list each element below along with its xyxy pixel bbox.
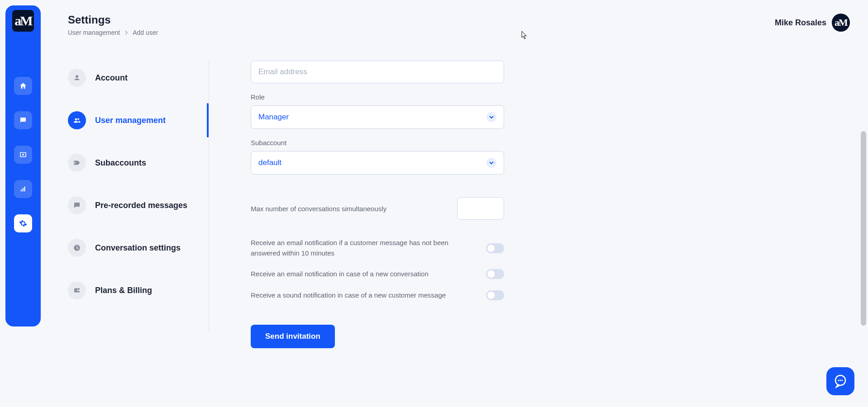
toggle-sound-notif[interactable] [486, 290, 504, 300]
chat-bubble-icon [833, 374, 848, 388]
bar-chart-icon [19, 185, 27, 193]
person-icon [68, 69, 86, 87]
svg-point-1 [838, 379, 839, 381]
clock-icon [68, 239, 86, 257]
toggle-label-unanswered-email: Receive an email notification if a custo… [251, 238, 486, 258]
user-name: Mike Rosales [775, 18, 826, 28]
nav-label: Conversation settings [95, 243, 181, 253]
sidebar-nav-analytics[interactable] [14, 180, 32, 198]
wallet-icon [68, 281, 86, 299]
toggle-new-conv-email[interactable] [486, 269, 504, 279]
sidebar-nav-chat[interactable] [14, 111, 32, 129]
subaccount-value: default [258, 158, 281, 167]
breadcrumb-item[interactable]: User management [68, 29, 120, 36]
nav-item-subaccounts[interactable]: Subaccounts [68, 146, 209, 180]
settings-nav: Account User management Subaccounts Pre-… [68, 61, 209, 332]
chat-widget-button[interactable] [826, 367, 854, 395]
people-icon [68, 111, 86, 129]
primary-sidebar: aM [5, 5, 41, 327]
breadcrumb-item: Add user [133, 29, 158, 36]
email-field[interactable] [251, 61, 504, 83]
role-label: Role [251, 93, 504, 101]
message-icon [68, 196, 86, 214]
subaccount-select[interactable]: default [251, 151, 504, 175]
page-header: Settings User management Add user Mike R… [68, 14, 850, 36]
sidebar-nav-home[interactable] [14, 77, 32, 95]
nav-item-prerecorded[interactable]: Pre-recorded messages [68, 188, 209, 222]
breadcrumb: User management Add user [68, 29, 158, 36]
chevron-down-icon [486, 158, 496, 168]
toggle-unanswered-email[interactable] [486, 243, 504, 253]
nav-item-account[interactable]: Account [68, 61, 209, 95]
user-menu[interactable]: Mike Rosales aM [775, 14, 850, 32]
avatar: aM [832, 14, 850, 32]
nav-item-plans-billing[interactable]: Plans & Billing [68, 273, 209, 308]
chat-icon [19, 116, 27, 124]
nav-label: User management [95, 116, 166, 125]
nav-label: Subaccounts [95, 158, 146, 168]
sidebar-nav-settings[interactable] [14, 214, 32, 232]
max-conversations-input[interactable] [457, 197, 504, 220]
tag-icon [68, 154, 86, 172]
app-logo: aM [12, 10, 34, 32]
scrollbar-thumb[interactable] [861, 131, 866, 326]
gear-icon [19, 219, 27, 227]
home-icon [19, 82, 27, 90]
max-conversations-label: Max number of conversations simultaneous… [251, 205, 457, 213]
nav-item-user-management[interactable]: User management [68, 103, 209, 137]
send-invitation-button[interactable]: Send invitation [251, 325, 335, 348]
role-value: Manager [258, 113, 289, 122]
nav-label: Account [95, 73, 128, 83]
vertical-scrollbar[interactable] [861, 59, 866, 335]
subaccount-label: Subaccount [251, 139, 504, 147]
inbox-icon [19, 151, 27, 159]
svg-point-2 [839, 379, 841, 381]
chevron-down-icon [486, 112, 496, 122]
toggle-label-sound-notif: Receive a sound notification in case of … [251, 290, 486, 301]
nav-item-conversation-settings[interactable]: Conversation settings [68, 231, 209, 265]
toggle-label-new-conv-email: Receive an email notification in case of… [251, 269, 486, 279]
page-title: Settings [68, 14, 158, 26]
add-user-form: Role Manager Subaccount default Max numb… [251, 61, 504, 348]
chevron-right-icon [124, 30, 128, 35]
sidebar-nav-inbox[interactable] [14, 146, 32, 164]
nav-label: Plans & Billing [95, 286, 152, 295]
svg-point-3 [841, 379, 843, 381]
nav-label: Pre-recorded messages [95, 201, 187, 210]
role-select[interactable]: Manager [251, 105, 504, 129]
